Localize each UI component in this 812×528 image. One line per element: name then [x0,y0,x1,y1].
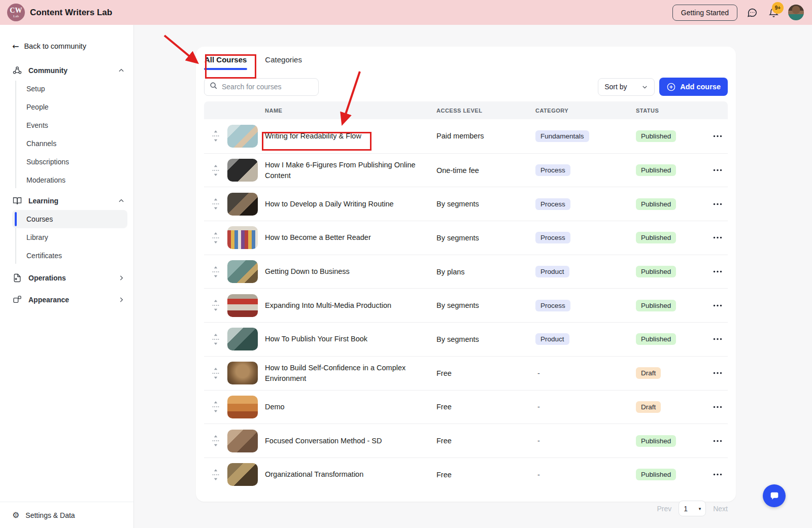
row-menu-button[interactable] [707,372,728,374]
course-name[interactable]: Writing for Readability & Flow [265,131,436,142]
notifications-bell-icon[interactable]: 9+ [768,7,779,18]
sidebar-item-moderations[interactable]: Moderations [12,171,127,189]
course-status-badge: Published [636,232,676,243]
row-menu-button[interactable] [707,338,728,340]
learning-icon [12,196,22,206]
drag-handle-icon[interactable] [204,266,227,278]
sidebar-section-community[interactable]: Community [0,61,125,80]
community-title: Content Writers Lab [30,8,112,18]
drag-handle-icon[interactable] [204,469,227,481]
course-row[interactable]: How I Make 6-Figures From Publishing Onl… [204,153,728,187]
course-name[interactable]: How I Make 6-Figures From Publishing Onl… [265,160,436,181]
course-row[interactable]: Organizational TransformationFree-Publis… [204,457,728,491]
course-access-level: Free [436,369,535,377]
course-row[interactable]: DemoFree-Draft [204,390,728,424]
course-name[interactable]: Demo [265,402,436,412]
page-number-select[interactable]: 1 ▾ [679,501,706,516]
course-thumbnail [227,193,258,216]
drag-handle-icon[interactable] [204,401,227,413]
community-subitems: SetupPeopleEventsChannelsSubscriptionsMo… [0,80,133,189]
sidebar-section-learning[interactable]: Learning [0,192,125,210]
sidebar-item-people[interactable]: People [12,98,127,116]
course-access-level: Paid members [436,132,535,140]
drag-handle-icon[interactable] [204,232,227,244]
row-menu-button[interactable] [707,406,728,408]
course-thumbnail [227,430,258,452]
sidebar-item-courses[interactable]: Courses [12,210,127,228]
course-category-badge: Process [535,198,570,210]
row-menu-button[interactable] [707,169,728,171]
course-access-level: One-time fee [436,166,535,174]
add-course-label: Add course [680,83,721,91]
drag-handle-icon[interactable] [204,333,227,345]
course-access-level: Free [436,471,535,479]
course-row[interactable]: How to Become a Better ReaderBy segments… [204,221,728,255]
row-menu-button[interactable] [707,473,728,476]
course-row[interactable]: Getting Down to BusinessBy plansProductP… [204,255,728,289]
course-row[interactable]: How To Publish Your First BookBy segment… [204,322,728,356]
course-search[interactable] [204,78,319,96]
row-menu-button[interactable] [707,304,728,307]
course-row[interactable]: How to Develop a Daily Writing RoutineBy… [204,187,728,221]
sort-by-dropdown[interactable]: Sort by [598,78,655,96]
tab-categories[interactable]: Categories [264,55,302,70]
course-name[interactable]: How to Develop a Daily Writing Routine [265,199,436,209]
sidebar-item-setup[interactable]: Setup [12,80,127,98]
course-name[interactable]: How to Build Self-Confidence in a Comple… [265,363,436,384]
course-name[interactable]: Organizational Transformation [265,469,436,480]
sidebar-item-events[interactable]: Events [12,116,127,134]
course-status-badge: Published [636,164,676,176]
row-menu-button[interactable] [707,270,728,273]
settings-and-data-link[interactable]: ⚙ Settings & Data [0,502,133,528]
drag-handle-icon[interactable] [204,198,227,210]
course-status-badge: Published [636,469,676,480]
sidebar-item-subscriptions[interactable]: Subscriptions [12,153,127,171]
next-page-link[interactable]: Next [713,505,728,513]
row-menu-button[interactable] [707,203,728,205]
search-input[interactable] [222,83,308,91]
course-name[interactable]: Getting Down to Business [265,266,436,277]
course-name[interactable]: Expanding Into Multi-Media Production [265,300,436,311]
add-course-button[interactable]: Add course [659,78,728,96]
course-row[interactable]: Focused Conversation Method - SDFree-Pub… [204,424,728,457]
back-to-community-link[interactable]: ← Back to community [12,41,125,51]
sidebar-item-channels[interactable]: Channels [12,134,127,153]
tab-all-courses[interactable]: All Courses [204,55,247,70]
course-access-level: By segments [436,301,535,309]
drag-handle-icon[interactable] [204,164,227,177]
course-row[interactable]: Writing for Readability & FlowPaid membe… [204,119,728,153]
sidebar-section-appearance[interactable]: Appearance [0,291,125,309]
course-row[interactable]: How to Build Self-Confidence in a Comple… [204,356,728,390]
user-avatar[interactable] [788,5,804,20]
sidebar-section-operations[interactable]: Operations [0,269,125,287]
course-status-badge: Draft [636,401,661,413]
row-menu-button[interactable] [707,236,728,239]
drag-handle-icon[interactable] [204,130,227,142]
appearance-icon [12,295,22,305]
course-name[interactable]: Focused Conversation Method - SD [265,436,436,446]
notification-count-badge: 9+ [772,2,784,14]
row-menu-button[interactable] [707,135,728,137]
courses-card: All Courses Categories Sort by [196,47,736,502]
chat-widget-button[interactable] [763,484,786,507]
course-thumbnail [227,328,258,350]
prev-page-link[interactable]: Prev [657,505,671,513]
course-status-badge: Published [636,130,676,142]
select-caret-icon: ▾ [699,506,701,511]
back-arrow-icon: ← [12,42,19,51]
course-category-empty: - [535,471,540,479]
course-name[interactable]: How to Become a Better Reader [265,232,436,243]
course-access-level: By plans [436,268,535,276]
courses-table-body: Writing for Readability & FlowPaid membe… [204,119,728,491]
drag-handle-icon[interactable] [204,435,227,447]
drag-handle-icon[interactable] [204,367,227,379]
sidebar-item-library[interactable]: Library [12,228,127,247]
drag-handle-icon[interactable] [204,299,227,311]
row-menu-button[interactable] [707,440,728,442]
course-name[interactable]: How To Publish Your First Book [265,334,436,344]
getting-started-button[interactable]: Getting Started [672,5,737,21]
sidebar-item-certificates[interactable]: Certificates [12,247,127,265]
course-row[interactable]: Expanding Into Multi-Media ProductionBy … [204,288,728,322]
messages-icon[interactable] [747,7,758,18]
chevron-down-icon [641,84,648,90]
